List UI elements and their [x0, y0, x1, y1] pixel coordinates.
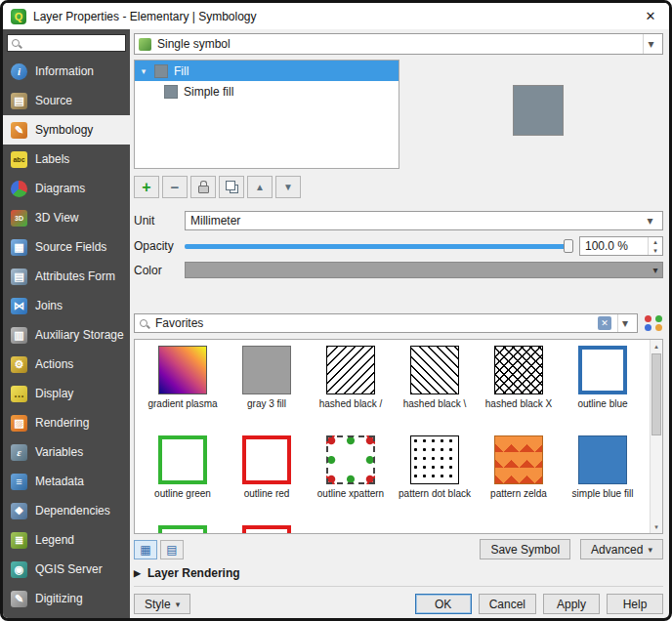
list-view-button[interactable]: ▤ — [160, 540, 184, 559]
ok-button[interactable]: OK — [415, 594, 472, 614]
layer-rendering-group[interactable]: ▶ Layer Rendering — [134, 566, 663, 587]
lock-color-button[interactable] — [190, 176, 216, 198]
symbol-thumbnail — [578, 435, 627, 484]
style-manager-icon[interactable] — [644, 314, 663, 332]
sidebar-item-source[interactable]: ▤ Source — [3, 86, 130, 115]
scroll-down-icon[interactable]: ▾ — [651, 520, 662, 533]
spin-down-icon[interactable]: ▾ — [649, 246, 662, 255]
search-icon — [12, 39, 20, 47]
titlebar[interactable]: Q Layer Properties - Elementary | Symbol… — [3, 3, 669, 29]
symbology-icon: ✎ — [11, 122, 27, 139]
sidebar-item-attributes-form[interactable]: ▤ Attributes Form — [3, 262, 130, 291]
symbol-item-hashed-black-x[interactable]: hashed black X — [477, 346, 561, 435]
chevron-down-icon[interactable]: ▾ — [643, 214, 657, 228]
symbol-item-outline-red[interactable]: outline red — [225, 435, 309, 525]
sidebar-item-diagrams[interactable]: Diagrams — [3, 174, 130, 203]
sidebar-item-joins[interactable]: ⋈ Joins — [3, 291, 130, 320]
sidebar-item-labels[interactable]: abc Labels — [3, 145, 130, 174]
icon-view-button[interactable]: ▦ — [134, 540, 157, 559]
sidebar-item-display[interactable]: … Display — [3, 379, 130, 408]
sidebar-item-3d-view[interactable]: 3D 3D View — [3, 203, 130, 232]
chevron-down-icon[interactable]: ▾ — [643, 34, 658, 54]
sidebar-item-variables[interactable]: ε Variables — [3, 437, 130, 467]
advanced-button[interactable]: Advanced ▾ — [580, 539, 663, 559]
clear-search-icon[interactable]: ✕ — [598, 316, 611, 330]
tree-item-fill[interactable]: ▾ Fill — [135, 61, 399, 81]
sidebar-item-qgis-server[interactable]: ◉ QGIS Server — [3, 555, 130, 584]
opacity-spinbox[interactable]: 100.0 % ▴ ▾ — [579, 236, 663, 256]
chevron-down-icon[interactable]: ▾ — [617, 314, 632, 332]
sidebar-item-auxiliary-storage[interactable]: ▥ Auxiliary Storage — [3, 320, 130, 350]
symbol-label: outline green — [154, 488, 211, 500]
symbol-search-combo[interactable]: ✕ ▾ — [134, 313, 638, 333]
symbol-layer-tree[interactable]: ▾ Fill Simple fill — [134, 60, 399, 169]
sidebar-search-input[interactable] — [23, 36, 121, 50]
symbol-item-hashed-black[interactable]: hashed black \ — [393, 346, 477, 435]
cancel-button[interactable]: Cancel — [479, 594, 536, 614]
sidebar-item-legend[interactable]: ≣ Legend — [3, 525, 130, 555]
opacity-slider[interactable] — [185, 237, 573, 255]
move-down-button[interactable]: ▼ — [275, 176, 301, 198]
sidebar-nav: i Information ▤ Source ✎ Symbology abc L… — [3, 57, 130, 613]
symbol-item-gray-3-fill[interactable]: gray 3 fill — [225, 346, 309, 435]
symbol-item-pattern-dot-black[interactable]: pattern dot black — [393, 435, 477, 525]
sidebar-item-dependencies[interactable]: ❖ Dependencies — [3, 496, 130, 525]
sidebar-item-rendering[interactable]: ▨ Rendering — [3, 408, 130, 437]
help-button[interactable]: Help — [607, 594, 663, 614]
renderer-select[interactable]: Single symbol ▾ — [134, 33, 663, 55]
collapse-arrow-icon[interactable]: ▶ — [134, 568, 141, 578]
symbol-item-pattern-zelda[interactable]: pattern zelda — [477, 435, 561, 525]
symbol-item-partial[interactable] — [141, 525, 225, 533]
opacity-slider-handle[interactable] — [564, 239, 573, 253]
sidebar-item-symbology[interactable]: ✎ Symbology — [3, 115, 130, 145]
symbol-thumbnail — [242, 525, 291, 533]
add-symbol-layer-button[interactable]: + — [134, 176, 159, 198]
scrollbar-thumb[interactable] — [651, 353, 661, 435]
symbol-item-outline-blue[interactable]: outline blue — [561, 346, 645, 435]
simple-fill-swatch-icon — [164, 85, 178, 99]
symbol-item-simple-blue-fill[interactable]: simple blue fill — [561, 435, 645, 525]
symbol-label: outline xpattern — [317, 488, 384, 500]
sidebar-item-metadata[interactable]: ≡ Metadata — [3, 467, 130, 496]
symbol-thumbnail — [326, 346, 375, 394]
close-icon[interactable]: ✕ — [640, 9, 661, 23]
sidebar-search[interactable] — [7, 34, 126, 52]
duplicate-symbol-layer-button[interactable] — [219, 176, 244, 198]
apply-button[interactable]: Apply — [543, 594, 600, 614]
symbol-item-partial[interactable] — [225, 525, 309, 533]
remove-symbol-layer-button[interactable]: − — [162, 176, 188, 198]
symbol-label: gradient plasma — [147, 398, 217, 410]
dependencies-icon: ❖ — [11, 503, 27, 519]
chevron-down-icon[interactable]: ▾ — [649, 265, 662, 275]
symbol-thumbnail — [410, 435, 459, 484]
variables-icon: ε — [11, 444, 27, 461]
style-button[interactable]: Style ▾ — [134, 594, 190, 614]
spin-up-icon[interactable]: ▴ — [649, 237, 662, 246]
symbol-label: outline blue — [577, 398, 627, 410]
vertical-scrollbar[interactable]: ▴ ▾ — [650, 340, 662, 533]
symbol-thumbnail — [494, 346, 543, 394]
color-button[interactable]: ▾ — [185, 262, 663, 278]
move-up-button[interactable]: ▲ — [247, 176, 273, 198]
sidebar-item-source-fields[interactable]: ▦ Source Fields — [3, 232, 130, 262]
symbol-thumbnail — [158, 525, 207, 533]
expander-icon[interactable]: ▾ — [139, 66, 148, 76]
sidebar-item-actions[interactable]: ⚙ Actions — [3, 350, 130, 379]
display-icon: … — [11, 386, 27, 402]
layer-properties-dialog: Q Layer Properties - Elementary | Symbol… — [0, 0, 672, 621]
symbol-item-gradient-plasma[interactable]: gradient plasma — [141, 346, 225, 435]
symbol-thumbnail — [494, 435, 543, 484]
save-symbol-button[interactable]: Save Symbol — [480, 539, 570, 559]
unit-select[interactable]: Millimeter ▾ — [185, 211, 663, 230]
sidebar-item-information[interactable]: i Information — [3, 57, 130, 86]
symbol-label: hashed black \ — [403, 398, 467, 410]
scroll-up-icon[interactable]: ▴ — [651, 340, 662, 352]
qgis-logo-icon: Q — [11, 9, 26, 24]
symbol-item-outline-xpattern[interactable]: outline xpattern — [309, 435, 393, 525]
symbol-item-outline-green[interactable]: outline green — [141, 435, 225, 525]
sidebar-item-digitizing[interactable]: ✎ Digitizing — [3, 584, 130, 613]
symbol-label: simple blue fill — [572, 488, 634, 500]
symbol-item-hashed-black[interactable]: hashed black / — [309, 346, 393, 435]
tree-item-simple-fill[interactable]: Simple fill — [135, 81, 399, 102]
symbol-search-input[interactable] — [153, 315, 592, 331]
